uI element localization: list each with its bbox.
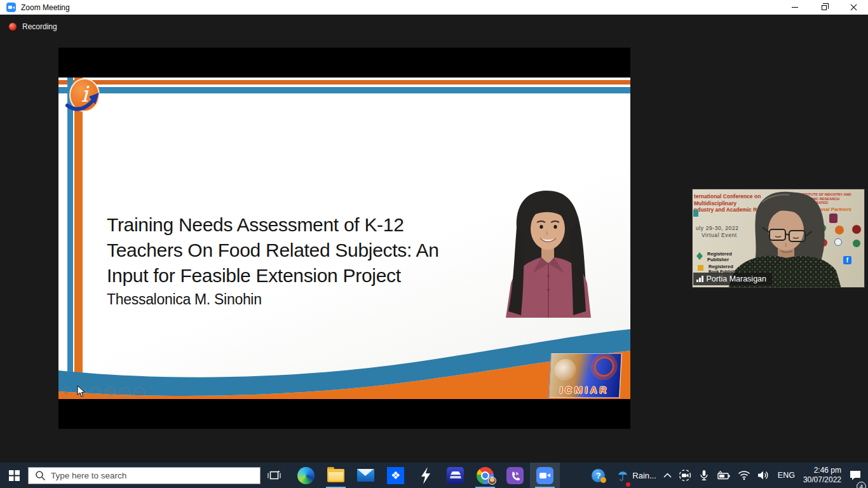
viber-icon — [506, 467, 524, 484]
minimize-button[interactable] — [780, 0, 810, 15]
window-titlebar: Zoom Meeting — [0, 0, 868, 15]
arrow-left-icon — [64, 390, 69, 395]
restore-button[interactable] — [810, 0, 839, 15]
previous-slide-button[interactable] — [61, 387, 72, 398]
presenter-photo — [488, 189, 605, 318]
file-explorer-app-button[interactable] — [321, 463, 351, 488]
umbrella-icon — [618, 469, 628, 482]
slide-title: Training Needs Assessment of K-12 Teache… — [107, 212, 526, 309]
icmiar-logo: ICMIAR — [548, 353, 622, 398]
weather-alert-dot — [626, 482, 630, 487]
slide-stripe-horizontal-orange — [58, 80, 630, 85]
participant-name: Portia Marasigan — [707, 274, 767, 283]
notification-icon — [849, 470, 862, 481]
iiari-logo-letter: i — [81, 83, 88, 105]
letterbox-top — [58, 48, 630, 78]
more-options-button[interactable] — [134, 387, 145, 398]
recording-indicator[interactable]: Recording — [9, 22, 57, 31]
zoom-app-button[interactable] — [530, 463, 560, 488]
window-controls — [780, 0, 868, 15]
close-icon — [850, 4, 857, 11]
rain-label: Rain... — [632, 471, 656, 480]
start-button[interactable] — [0, 463, 28, 488]
magnifier-icon — [122, 390, 128, 395]
action-center-button[interactable]: 4 — [849, 463, 862, 488]
volume-tray-button[interactable] — [757, 463, 770, 488]
minimize-icon — [792, 7, 798, 8]
system-tray: ? Rain... — [592, 463, 868, 488]
search-input[interactable] — [51, 471, 241, 480]
battery-tray-button[interactable] — [717, 463, 731, 488]
task-view-icon — [268, 470, 281, 481]
zoom-icon — [536, 467, 553, 484]
recording-label: Recording — [22, 22, 57, 31]
slide-title-line-1: Training Needs Assessment of K-12 — [107, 212, 526, 238]
participant-nametag: Portia Marasigan — [693, 273, 772, 285]
mail-icon — [357, 469, 374, 482]
speaker-icon — [757, 470, 770, 480]
all-slides-button[interactable] — [105, 387, 116, 398]
zoom-slide-button[interactable] — [119, 387, 130, 398]
shared-screen: i Training Needs Assessment of K-12 Teac… — [58, 48, 630, 429]
taskbar-search[interactable] — [28, 467, 261, 484]
mouse-cursor — [76, 385, 86, 398]
window-title: Zoom Meeting — [21, 3, 70, 12]
camera-in-use-tray-button[interactable] — [679, 463, 691, 488]
participant-video-tile[interactable]: ternational Conference on Multidisciplin… — [692, 189, 865, 288]
search-icon — [35, 470, 46, 481]
microphone-tray-button[interactable] — [698, 463, 710, 488]
windows-logo-icon — [9, 470, 20, 481]
zoom-camera-icon — [6, 3, 16, 12]
close-button[interactable] — [839, 0, 868, 15]
chrome-profile-avatar — [488, 477, 496, 485]
slide-wave-graphic — [58, 310, 630, 399]
signal-bars-icon — [696, 276, 703, 282]
mail-app-button[interactable] — [351, 463, 381, 488]
chrome-app-button[interactable] — [470, 463, 500, 488]
language-indicator[interactable]: ENG — [778, 463, 795, 488]
scanner-app-button[interactable] — [440, 463, 470, 488]
meeting-content: Recording i Training Needs Assessment of… — [0, 15, 868, 463]
icmiar-logo-text: ICMIAR — [549, 384, 620, 395]
slide-stripe-horizontal-blue — [58, 87, 630, 93]
slide-title-line-2: Teachers On Food Related Subjects: An — [107, 238, 526, 263]
letterbox-bottom — [58, 399, 630, 429]
wifi-tray-button[interactable] — [738, 463, 750, 488]
dropbox-icon: ❖ — [387, 467, 404, 484]
edge-app-button[interactable] — [291, 463, 321, 488]
task-view-button[interactable] — [261, 463, 287, 488]
restore-icon — [822, 5, 827, 10]
file-explorer-icon — [327, 469, 344, 482]
help-tray-button[interactable]: ? — [592, 463, 605, 488]
slide-title-line-3: Input for Feasible Extension Project — [107, 263, 526, 288]
slide-author: Thessalonica M. Sinohin — [107, 290, 526, 309]
camera-tray-icon — [679, 469, 691, 482]
notification-count-badge: 4 — [857, 482, 866, 488]
edge-icon — [297, 467, 315, 484]
clock[interactable]: 2:46 pm 30/07/2022 — [803, 463, 841, 488]
slides-grid-icon — [107, 390, 113, 395]
dropbox-app-button[interactable]: ❖ — [381, 463, 410, 488]
lightning-app-button[interactable] — [410, 463, 440, 488]
iiari-logo: i — [69, 78, 100, 112]
lightning-bolt-icon — [420, 467, 431, 484]
chevron-up-icon — [663, 473, 672, 478]
clock-date: 30/07/2022 — [803, 475, 841, 485]
pinned-apps: ❖ — [291, 463, 560, 488]
presentation-slide: i Training Needs Assessment of K-12 Teac… — [58, 78, 630, 399]
battery-charging-icon — [717, 471, 731, 480]
hidden-icons-button[interactable] — [663, 463, 672, 488]
slideshow-toolbar — [61, 387, 145, 398]
viber-app-button[interactable] — [500, 463, 530, 488]
microphone-icon — [698, 469, 710, 482]
wifi-icon — [738, 470, 750, 480]
pen-tool-button[interactable] — [90, 387, 101, 398]
weather-tray-button[interactable] — [618, 463, 628, 488]
recording-dot-icon — [9, 23, 17, 30]
windows-taskbar: ❖ ? — [0, 463, 868, 488]
pen-icon — [93, 390, 98, 395]
clock-time: 2:46 pm — [803, 466, 841, 475]
facebook-icon: f — [843, 256, 851, 264]
scanner-icon — [447, 467, 464, 484]
help-icon: ? — [592, 469, 605, 482]
